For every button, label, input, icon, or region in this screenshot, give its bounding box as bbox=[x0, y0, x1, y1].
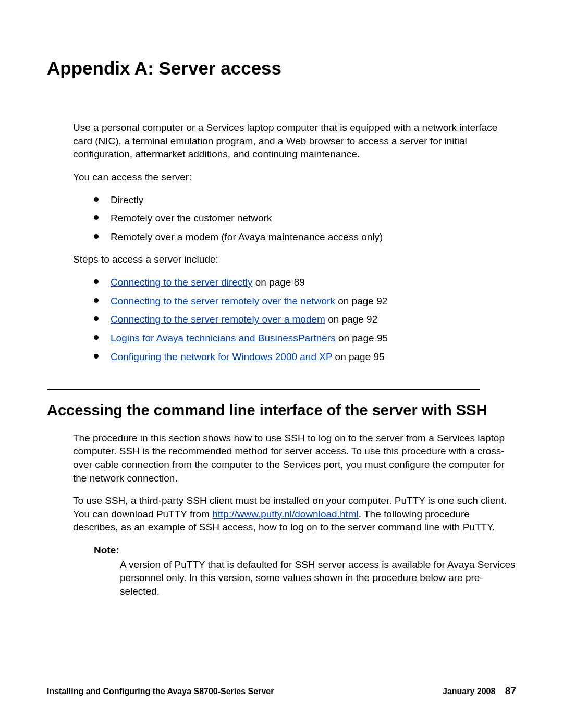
access-method-list: Directly Remotely over the customer netw… bbox=[47, 193, 516, 244]
link-suffix: on page 89 bbox=[252, 277, 304, 288]
page-footer: Installing and Configuring the Avaya S87… bbox=[47, 685, 516, 697]
footer-date: January 2008 bbox=[443, 687, 495, 696]
list-item: Connecting to the server remotely over a… bbox=[94, 313, 516, 326]
note-block: Note: A version of PuTTY that is default… bbox=[47, 544, 516, 598]
document-page: Appendix A: Server access Use a personal… bbox=[0, 0, 563, 728]
list-item: Logins for Avaya technicians and Busines… bbox=[94, 331, 516, 345]
list-item: Connecting to the server remotely over t… bbox=[94, 294, 516, 308]
footer-page-number: 87 bbox=[505, 685, 516, 696]
cross-ref-link[interactable]: Connecting to the server remotely over t… bbox=[111, 295, 335, 306]
intro-paragraph-1: Use a personal computer or a Services la… bbox=[47, 121, 516, 161]
intro-paragraph-2: You can access the server: bbox=[47, 170, 516, 184]
note-body: A version of PuTTY that is defaulted for… bbox=[94, 558, 516, 598]
section-heading: Accessing the command line interface of … bbox=[47, 401, 490, 419]
link-suffix: on page 92 bbox=[325, 314, 377, 325]
section-paragraph-2: To use SSH, a third-party SSH client mus… bbox=[47, 494, 516, 534]
link-suffix: on page 95 bbox=[332, 351, 384, 362]
footer-right: January 2008 87 bbox=[443, 685, 516, 697]
list-item: Remotely over a modem (for Avaya mainten… bbox=[94, 230, 516, 244]
external-link[interactable]: http://www.putty.nl/download.html bbox=[212, 509, 359, 520]
list-item: Connecting to the server directly on pag… bbox=[94, 276, 516, 289]
cross-ref-link[interactable]: Connecting to the server remotely over a… bbox=[111, 314, 325, 325]
list-item: Configuring the network for Windows 2000… bbox=[94, 350, 516, 364]
note-label: Note: bbox=[94, 544, 516, 557]
link-suffix: on page 95 bbox=[336, 332, 388, 343]
cross-ref-link[interactable]: Connecting to the server directly bbox=[111, 277, 252, 288]
footer-doc-title: Installing and Configuring the Avaya S87… bbox=[47, 687, 274, 696]
page-title: Appendix A: Server access bbox=[47, 57, 516, 79]
cross-ref-link[interactable]: Logins for Avaya technicians and Busines… bbox=[111, 332, 336, 343]
section-paragraph-1: The procedure in this section shows how … bbox=[47, 431, 516, 485]
intro-paragraph-3: Steps to access a server include: bbox=[47, 253, 516, 266]
list-item: Directly bbox=[94, 193, 516, 207]
list-item: Remotely over the customer network bbox=[94, 212, 516, 225]
link-suffix: on page 92 bbox=[335, 295, 387, 306]
section-divider bbox=[47, 389, 480, 390]
steps-list: Connecting to the server directly on pag… bbox=[47, 276, 516, 363]
cross-ref-link[interactable]: Configuring the network for Windows 2000… bbox=[111, 351, 332, 362]
